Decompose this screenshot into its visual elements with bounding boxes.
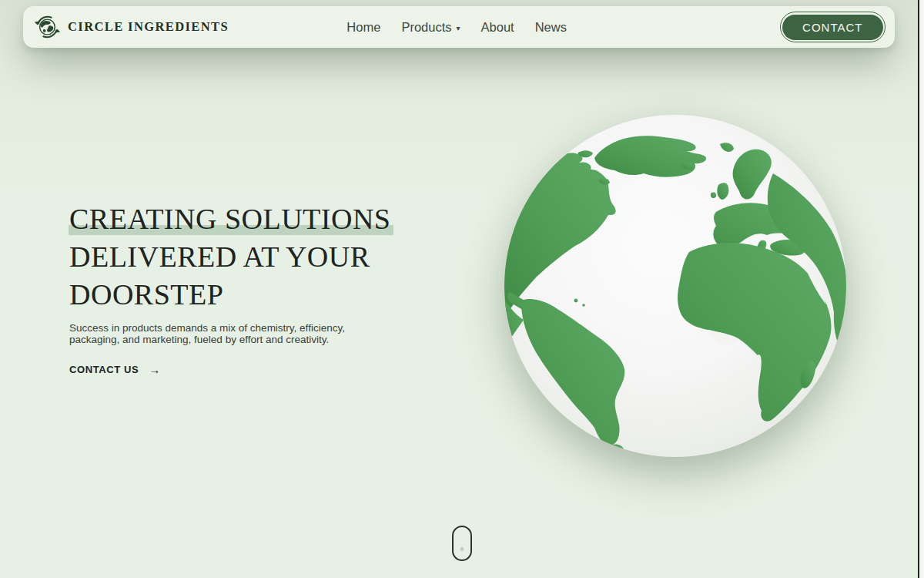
nav-item-news[interactable]: News bbox=[535, 20, 567, 35]
nav-item-about[interactable]: About bbox=[481, 20, 514, 35]
scroll-indicator bbox=[452, 526, 472, 561]
chevron-down-icon: ▾ bbox=[457, 24, 460, 32]
header-bar: CIRCLE INGREDIENTS Home Products ▾ About… bbox=[23, 6, 895, 48]
scrollbar-track[interactable] bbox=[918, 0, 924, 578]
main-nav: Home Products ▾ About News bbox=[346, 6, 567, 48]
contact-button[interactable]: CONTACT bbox=[780, 12, 886, 42]
hero-section: CREATING SOLUTIONS DELIVERED AT YOUR DOO… bbox=[69, 200, 412, 376]
nav-item-products[interactable]: Products ▾ bbox=[401, 20, 460, 35]
globe-recycle-icon bbox=[33, 14, 61, 40]
brand-name: CIRCLE INGREDIENTS bbox=[68, 19, 229, 35]
contact-us-label: CONTACT US bbox=[69, 364, 139, 375]
page-title: CREATING SOLUTIONS DELIVERED AT YOUR DOO… bbox=[69, 200, 412, 314]
hero-heading-line3: DOORSTEP bbox=[69, 276, 412, 314]
contact-us-link[interactable]: CONTACT US → bbox=[69, 363, 161, 376]
contact-button-label[interactable]: CONTACT bbox=[782, 15, 882, 40]
earth-globe-illustration bbox=[502, 113, 849, 460]
brand-logo[interactable]: CIRCLE INGREDIENTS bbox=[33, 14, 229, 40]
hero-heading-line2: DELIVERED AT YOUR bbox=[69, 238, 412, 276]
hero-heading-line1: CREATING SOLUTIONS bbox=[69, 200, 391, 238]
nav-item-home[interactable]: Home bbox=[346, 20, 380, 35]
scroll-indicator-dot bbox=[460, 547, 464, 551]
hero-subtext: Success in products demands a mix of che… bbox=[69, 322, 379, 345]
arrow-right-icon: → bbox=[149, 363, 161, 376]
